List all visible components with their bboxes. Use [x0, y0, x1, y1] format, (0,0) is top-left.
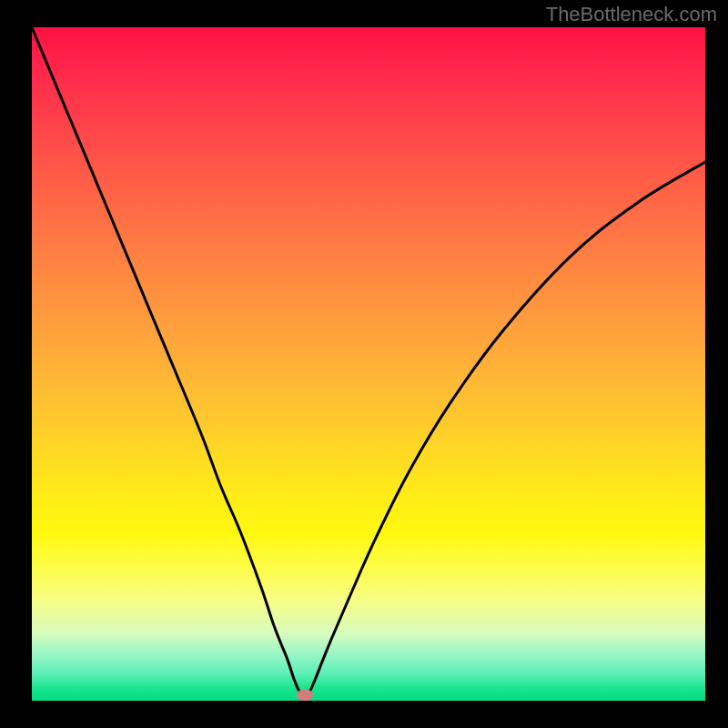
- optimal-point-marker: [297, 690, 313, 701]
- bottleneck-curve: [32, 27, 705, 701]
- plot-area: [32, 27, 705, 701]
- chart-frame: TheBottleneck.com: [0, 0, 728, 728]
- attribution-text: TheBottleneck.com: [546, 3, 717, 26]
